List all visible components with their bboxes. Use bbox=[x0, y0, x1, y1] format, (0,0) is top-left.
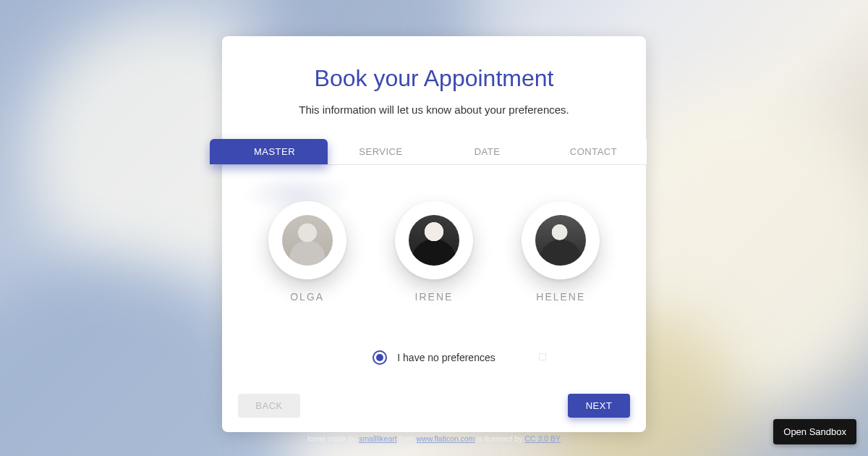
avatar-image bbox=[535, 215, 586, 266]
credits-author-link[interactable]: smalllikeart bbox=[359, 434, 397, 443]
credits-mid: is licensed by bbox=[477, 434, 525, 443]
page-title: Book your Appointment bbox=[222, 65, 646, 92]
tab-master[interactable]: MASTER bbox=[210, 139, 328, 164]
tab-service[interactable]: SERVICE bbox=[328, 139, 434, 164]
avatar bbox=[522, 201, 600, 279]
master-option-irene[interactable]: IRENE bbox=[395, 201, 473, 303]
credits-source-link[interactable]: www.flaticon.com bbox=[416, 434, 475, 443]
booking-card: Book your Appointment This information w… bbox=[222, 36, 646, 432]
credits-line: Icons made by smalllikeart from www.flat… bbox=[0, 434, 868, 443]
master-option-olga[interactable]: OLGA bbox=[268, 201, 346, 303]
avatar-image bbox=[409, 215, 459, 266]
master-list: OLGA IRENE HELENE bbox=[222, 165, 646, 317]
avatar-image bbox=[282, 215, 333, 266]
step-tabs: MASTER SERVICE DATE CONTACT bbox=[221, 139, 647, 165]
open-sandbox-button[interactable]: Open Sandbox bbox=[773, 419, 856, 444]
page-subtitle: This information will let us know about … bbox=[222, 104, 646, 116]
no-preference-radio[interactable] bbox=[373, 350, 387, 365]
master-name-label: IRENE bbox=[395, 291, 473, 303]
wizard-footer: BACK NEXT bbox=[222, 394, 646, 418]
no-preference-row: I have no preferences bbox=[222, 350, 646, 365]
next-button[interactable]: NEXT bbox=[568, 394, 630, 418]
back-button: BACK bbox=[238, 394, 300, 418]
decorative-icon bbox=[539, 353, 546, 360]
master-option-helene[interactable]: HELENE bbox=[522, 201, 600, 303]
master-name-label: HELENE bbox=[522, 291, 600, 303]
tab-contact[interactable]: CONTACT bbox=[540, 139, 647, 164]
master-name-label: OLGA bbox=[268, 291, 346, 303]
no-preference-label: I have no preferences bbox=[397, 352, 495, 363]
avatar bbox=[395, 201, 473, 279]
credits-mid: from bbox=[399, 434, 417, 443]
tab-date[interactable]: DATE bbox=[434, 139, 540, 164]
credits-prefix: Icons made by bbox=[307, 434, 359, 443]
credits-license-link[interactable]: CC 3.0 BY bbox=[524, 434, 561, 443]
avatar bbox=[268, 201, 346, 279]
radio-dot-icon bbox=[376, 354, 383, 361]
